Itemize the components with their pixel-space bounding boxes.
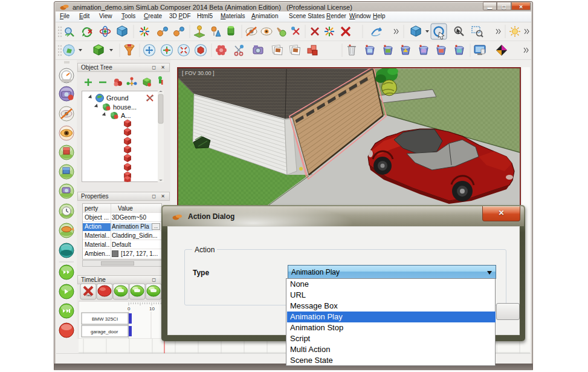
- svg-text:[ FOV 30.00 ]: [ FOV 30.00 ]: [182, 70, 215, 76]
- svg-text:BMW 325CI: BMW 325CI: [92, 316, 118, 322]
- svg-text:garage_door: garage_door: [91, 329, 118, 334]
- svg-text:10: 10: [149, 306, 155, 312]
- svg-text:A...: A...: [121, 112, 131, 119]
- svg-text:house...: house...: [113, 103, 137, 111]
- svg-text:Ground: Ground: [106, 94, 129, 102]
- svg-text:rec: rec: [86, 293, 91, 297]
- svg-text:0: 0: [128, 306, 131, 312]
